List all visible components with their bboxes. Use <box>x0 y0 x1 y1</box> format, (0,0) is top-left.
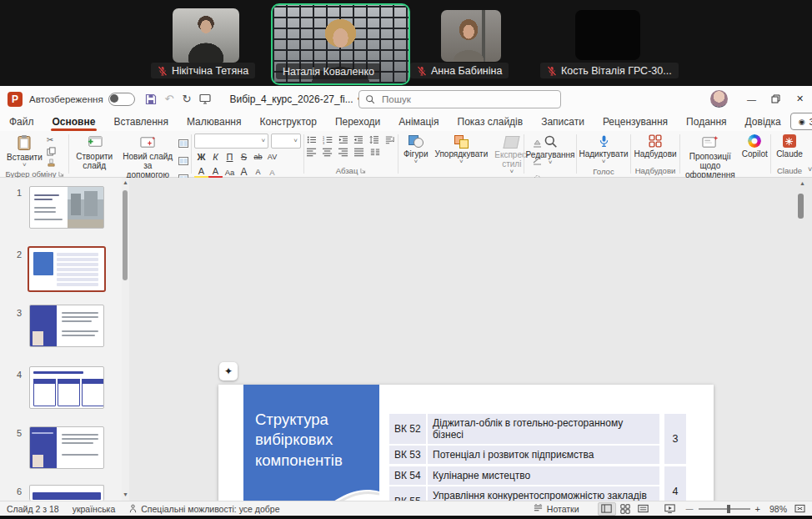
designer-sparkle-button[interactable]: ✦ <box>219 362 238 380</box>
slide-thumbnail-3[interactable] <box>29 305 104 347</box>
search-input[interactable] <box>380 93 525 105</box>
arrange-button[interactable]: Упорядкувати ˅ <box>433 134 491 166</box>
tab-view[interactable]: Подання <box>677 112 735 131</box>
tab-insert[interactable]: Вставлення <box>104 112 178 131</box>
table-row[interactable]: ВК 54 Кулінарне мистецтво <box>389 466 663 485</box>
slide-thumbnail-2-selected[interactable] <box>28 246 106 292</box>
slide-thumbnail-5[interactable] <box>29 426 104 469</box>
table-row[interactable]: ВК 53 Потенціал і розвиток підприємства <box>389 446 663 464</box>
slide-title[interactable]: Структура вибіркових компонентів <box>255 410 367 471</box>
tab-help[interactable]: Довідка <box>736 112 790 131</box>
scroll-up-icon[interactable]: ▲ <box>799 180 805 186</box>
highlight-color-button[interactable]: А <box>194 165 208 179</box>
zoom-slider[interactable] <box>699 508 750 510</box>
tab-record[interactable]: Записати <box>532 112 594 131</box>
tab-home-active[interactable]: Основне <box>43 112 105 131</box>
normal-view-button[interactable] <box>598 502 616 516</box>
line-spacing-icon[interactable] <box>369 135 379 144</box>
slide-canvas[interactable]: Структура вибіркових компонентів ВК 52 Д… <box>218 385 714 519</box>
font-size-combo[interactable]: ˅ <box>271 134 301 149</box>
text-direction-icon[interactable] <box>385 135 395 144</box>
font-name-combo[interactable]: ˅ <box>194 134 268 149</box>
decrease-indent-icon[interactable] <box>338 135 348 144</box>
tab-design[interactable]: Конструктор <box>250 112 325 131</box>
scrollbar-thumb[interactable] <box>798 194 804 219</box>
format-painter-icon[interactable] <box>47 159 56 168</box>
cut-icon[interactable]: ✂ <box>47 135 56 144</box>
save-icon[interactable] <box>145 93 157 105</box>
powerpoint-app-icon[interactable]: P <box>8 92 23 107</box>
claude-button[interactable]: Claude <box>774 134 805 159</box>
slide-area-scrollbar[interactable]: ▲ <box>795 180 807 497</box>
increase-indent-icon[interactable] <box>353 135 363 144</box>
change-case-button[interactable]: Aa <box>223 165 237 179</box>
dialog-launcher-icon[interactable] <box>360 168 366 174</box>
zoom-level[interactable]: 98% <box>760 504 790 514</box>
align-left-icon[interactable] <box>307 148 317 157</box>
bold-button[interactable]: Ж <box>194 150 208 164</box>
character-spacing-button[interactable]: AV <box>265 150 279 164</box>
strikethrough-ab-button[interactable]: ab <box>251 150 265 164</box>
language-indicator[interactable]: українська <box>66 501 123 516</box>
align-center-icon[interactable] <box>323 148 333 157</box>
tab-review[interactable]: Рецензування <box>594 112 677 131</box>
collapse-ribbon-chevron[interactable]: ˅ <box>808 165 812 177</box>
justify-icon[interactable] <box>354 148 364 157</box>
scroll-down-icon[interactable]: ▼ <box>123 491 128 497</box>
autosave-toggle[interactable] <box>108 93 135 106</box>
participant-video-1[interactable] <box>173 8 239 63</box>
copy-icon[interactable] <box>47 147 56 156</box>
user-avatar[interactable] <box>710 90 728 108</box>
underline-button[interactable]: П <box>223 150 237 164</box>
align-right-icon[interactable] <box>338 148 348 157</box>
scrollbar-thumb[interactable] <box>123 190 128 280</box>
font-color-button[interactable]: А <box>208 165 223 179</box>
grow-font-button[interactable]: А <box>237 165 251 179</box>
shapes-button[interactable]: Фігури ˅ <box>401 134 431 166</box>
slide-thumbnail-4[interactable] <box>29 366 104 409</box>
tab-draw[interactable]: Малювання <box>178 112 250 131</box>
fit-slide-button[interactable] <box>790 502 809 516</box>
minimize-button[interactable]: — <box>739 86 764 112</box>
tab-transitions[interactable]: Переходи <box>326 112 389 131</box>
new-slide-button[interactable]: Створити слайд <box>72 134 118 171</box>
design-ideas-button[interactable]: Пропозиції щодо оформлення <box>683 134 738 181</box>
paste-button[interactable]: Вставити ˅ <box>4 134 45 169</box>
table-row[interactable]: ВК 52 Діджитал-облік в готельно-ресторан… <box>389 414 663 444</box>
slide-indicator[interactable]: Слайд 2 з 18 <box>0 501 66 516</box>
slide-thumbnail-1[interactable] <box>29 186 104 229</box>
addins-button[interactable]: Надбудови <box>631 134 679 159</box>
thumbnail-scrollbar[interactable]: ▲ ▼ <box>122 178 129 501</box>
accessibility-checker[interactable]: Спеціальні можливості: усе добре <box>122 501 286 516</box>
tab-file[interactable]: Файл <box>0 112 43 131</box>
dialog-launcher-icon[interactable] <box>58 171 64 177</box>
numbering-icon[interactable] <box>323 135 333 144</box>
slide-layout-button[interactable] <box>178 135 188 150</box>
close-button[interactable]: ✕ <box>788 86 812 112</box>
present-to-display-icon[interactable] <box>199 93 211 104</box>
zoom-out-button[interactable]: — <box>686 505 694 513</box>
reset-slide-button[interactable] <box>178 153 188 168</box>
reading-view-button[interactable] <box>634 502 653 516</box>
bullets-icon[interactable] <box>307 135 317 144</box>
shrink-font-button[interactable]: А <box>251 165 265 179</box>
tab-animations[interactable]: Анімація <box>389 112 448 131</box>
restore-button[interactable] <box>764 86 788 112</box>
clear-formatting-button[interactable]: А <box>265 165 279 179</box>
undo-icon[interactable]: ↶ <box>165 93 174 104</box>
participant-video-3[interactable] <box>441 10 501 62</box>
tab-slideshow[interactable]: Показ слайдів <box>449 112 533 131</box>
slide-sorter-view-button[interactable] <box>616 502 634 516</box>
participant-video-4-camera-off[interactable] <box>575 10 640 60</box>
scroll-up-icon[interactable]: ▲ <box>123 179 128 185</box>
slideshow-button[interactable] <box>661 502 679 516</box>
dictate-button[interactable]: Надиктувати ˅ <box>576 134 630 166</box>
slide-thumbnail-6[interactable] <box>29 485 104 501</box>
search-box[interactable] <box>358 90 561 108</box>
copilot-button[interactable]: Copilot <box>739 134 770 159</box>
italic-button[interactable]: К <box>208 150 223 164</box>
strikethrough-button[interactable]: S <box>237 150 251 164</box>
columns-icon[interactable] <box>370 148 380 157</box>
record-button[interactable]: ◉ Записати <box>790 113 812 130</box>
zoom-slider-thumb[interactable] <box>727 505 730 513</box>
